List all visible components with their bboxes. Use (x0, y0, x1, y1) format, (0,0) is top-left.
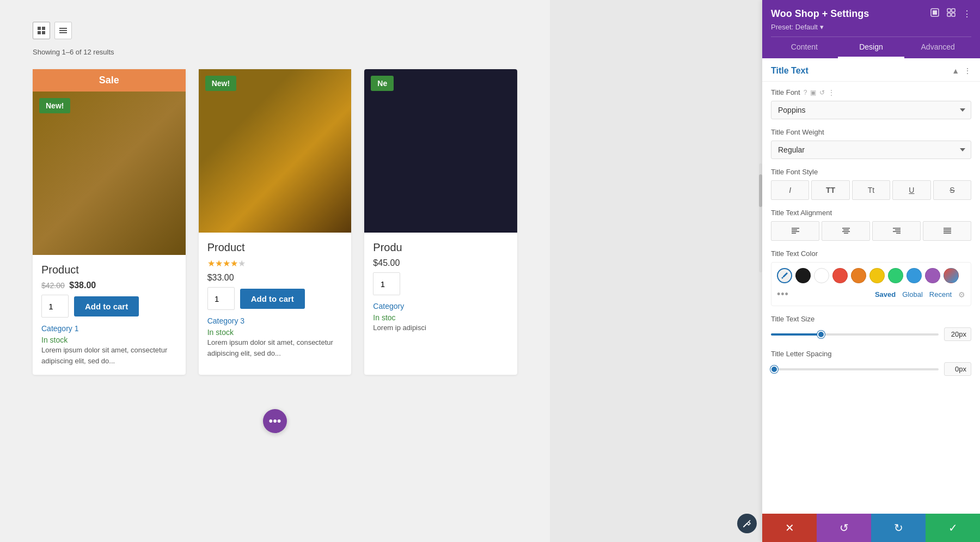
slider-thumb[interactable] (817, 331, 825, 338)
recent-color-tab[interactable]: Recent (929, 290, 952, 299)
qty-input[interactable] (373, 272, 400, 295)
cancel-button[interactable]: ✕ (762, 514, 817, 542)
title-letter-spacing-value[interactable]: 0px (944, 362, 971, 376)
italic-btn[interactable]: I (771, 180, 809, 200)
orange-swatch[interactable] (851, 268, 866, 283)
product-image (199, 69, 352, 233)
align-left-icon (791, 227, 800, 235)
title-font-style-label: Title Font Style (771, 168, 971, 176)
redo-button[interactable]: ↻ (871, 514, 926, 542)
svg-rect-2 (38, 31, 41, 34)
capitalize-btn[interactable]: Tt (852, 180, 890, 200)
title-letter-spacing-group: Title Letter Spacing 0px (771, 350, 971, 376)
settings-icon[interactable] (930, 8, 940, 20)
category-link[interactable]: Category 3 (207, 316, 343, 325)
svg-rect-10 (952, 9, 955, 12)
reset-button[interactable]: ↺ (817, 514, 871, 542)
title-text-size-value[interactable]: 20px (944, 327, 971, 341)
svg-rect-4 (59, 28, 67, 29)
help-icon[interactable] (737, 514, 757, 533)
product-card-partial: Ne Produ $45.00 Category In stoc Lorem i… (364, 69, 517, 375)
saved-color-tab[interactable]: Saved (875, 290, 896, 299)
add-to-cart-row: Add to cart (41, 295, 177, 318)
star-rating: ★★★★★ (207, 258, 343, 269)
font-reset-icon[interactable]: ↺ (819, 89, 825, 96)
tab-design[interactable]: Design (838, 37, 905, 58)
title-text-size-track[interactable] (771, 333, 939, 336)
product-image (364, 69, 517, 233)
product-desc: Lorem ip adipisci (373, 322, 509, 333)
font-more-icon[interactable]: ⋮ (828, 89, 835, 96)
panel-body: Title Text ▲ ⋮ Title Font ? ▣ ↺ ⋮ Poppin… (762, 58, 980, 514)
eyedropper-swatch[interactable] (777, 268, 792, 283)
yellow-swatch[interactable] (869, 268, 885, 283)
in-stock: In stock (207, 328, 234, 337)
purple-swatch[interactable] (925, 268, 940, 283)
title-font-weight-label: Title Font Weight (771, 128, 971, 136)
qty-input[interactable] (41, 295, 69, 318)
category-link[interactable]: Category (373, 302, 509, 310)
wrench-icon (742, 519, 752, 528)
price-old: $42.00 (41, 281, 65, 290)
black-swatch[interactable] (795, 268, 811, 283)
add-to-cart-row: Add to cart (207, 287, 343, 310)
in-stock: In stoc (373, 313, 395, 322)
tab-content[interactable]: Content (771, 37, 838, 58)
section-more-icon[interactable]: ⋮ (964, 66, 971, 75)
align-left-btn[interactable] (771, 221, 819, 241)
align-justify-btn[interactable] (923, 221, 971, 241)
slider-thumb[interactable] (770, 366, 778, 373)
font-upload-icon[interactable]: ▣ (810, 89, 816, 96)
more-options-icon[interactable]: ⋮ (963, 9, 971, 19)
qty-input[interactable] (207, 287, 235, 310)
title-font-weight-select[interactable]: Regular (771, 141, 971, 159)
underline-btn[interactable]: U (892, 180, 930, 200)
save-button[interactable]: ✓ (926, 514, 980, 542)
product-name: Product (207, 241, 343, 254)
panel-header: Woo Shop + Settings ⋮ (762, 0, 980, 58)
title-letter-spacing-track[interactable] (771, 368, 939, 370)
blue-swatch[interactable] (906, 268, 922, 283)
uppercase-btn[interactable]: TT (811, 180, 849, 200)
product-image-wrap: New! (199, 69, 352, 233)
title-font-group: Title Font ? ▣ ↺ ⋮ Poppins (771, 88, 971, 119)
in-stock: In stock (41, 336, 68, 344)
font-style-row: I TT Tt U S (771, 180, 971, 200)
svg-rect-3 (42, 31, 45, 34)
gradient-swatch[interactable] (944, 268, 959, 283)
products-grid: Sale New! Product $42.00 $38.00 Add to c… (33, 69, 517, 375)
preset-chevron[interactable]: ▾ (820, 23, 824, 31)
green-swatch[interactable] (888, 268, 903, 283)
align-center-btn[interactable] (822, 221, 870, 241)
tab-advanced[interactable]: Advanced (904, 37, 971, 58)
floating-menu-btn[interactable]: ••• (263, 409, 287, 433)
strikethrough-btn[interactable]: S (933, 180, 971, 200)
layout-icon[interactable] (946, 8, 956, 20)
title-text-size-group: Title Text Size 20px (771, 315, 971, 341)
title-text-size-label: Title Text Size (771, 315, 971, 323)
color-swatches (777, 268, 965, 283)
more-colors-btn[interactable]: ••• (777, 289, 789, 300)
title-font-label: Title Font ? ▣ ↺ ⋮ (771, 88, 971, 96)
product-price: $42.00 $38.00 (41, 281, 177, 290)
white-swatch[interactable] (814, 268, 829, 283)
color-settings-icon[interactable]: ⚙ (958, 290, 965, 299)
price-new: $38.00 (69, 281, 96, 290)
font-help-icon[interactable]: ? (804, 89, 807, 96)
red-swatch[interactable] (832, 268, 848, 283)
svg-rect-9 (947, 9, 951, 12)
add-to-cart-button[interactable]: Add to cart (240, 289, 305, 309)
collapse-icon[interactable]: ▲ (952, 66, 959, 75)
panel-title: Woo Shop + Settings (771, 8, 869, 20)
global-color-tab[interactable]: Global (902, 290, 923, 299)
price: $45.00 (373, 258, 400, 267)
grid-view-btn[interactable] (33, 22, 50, 39)
title-font-select[interactable]: Poppins (771, 101, 971, 119)
category-link[interactable]: Category 1 (41, 324, 177, 333)
add-to-cart-button[interactable]: Add to cart (74, 296, 139, 316)
panel-content: Title Font ? ▣ ↺ ⋮ Poppins Title Font We… (762, 82, 980, 391)
title-text-color-group: Title Text Color (771, 249, 971, 306)
align-right-btn[interactable] (872, 221, 921, 241)
svg-rect-0 (38, 27, 41, 30)
list-view-btn[interactable] (54, 22, 72, 39)
